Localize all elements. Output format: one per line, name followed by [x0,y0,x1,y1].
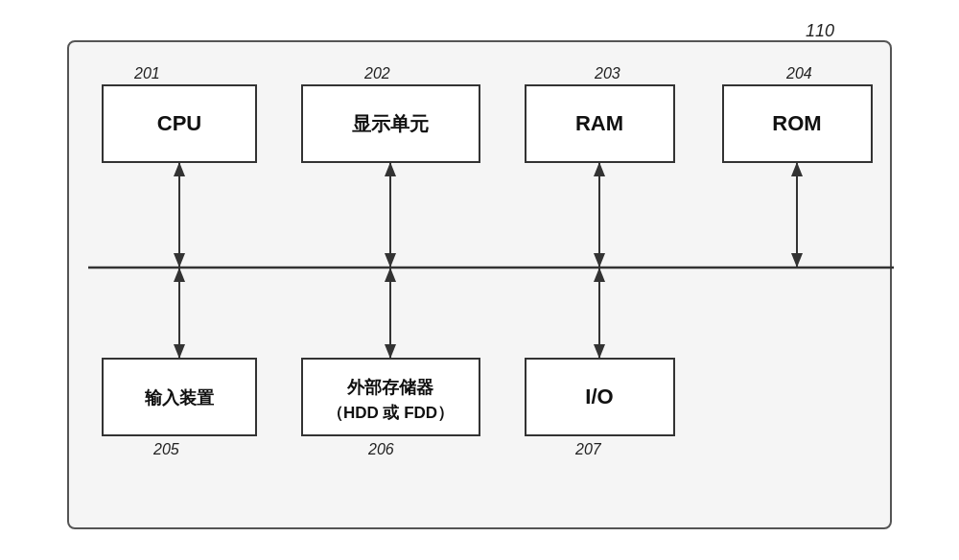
cpu-arrow-up [174,162,185,176]
outer-label: 110 [806,21,834,41]
display-label: 显示单元 [352,113,429,134]
hdd-arrow-down [385,344,396,359]
rom-arrow-up [791,162,803,176]
diagram-svg: 201 202 203 204 CPU 显示单元 RAM ROM [69,42,890,527]
io-arrow-up [594,268,605,282]
diagram-wrapper: 110 201 202 203 204 CPU 显示单元 RAM [67,31,892,529]
ram-arrow-up [594,162,605,176]
display-arrow-down [385,253,396,268]
label-203: 203 [594,65,620,82]
label-204: 204 [785,65,812,82]
hdd-label1: 外部存储器 [346,377,434,397]
hdd-box [302,359,480,435]
rom-label: ROM [772,111,821,135]
input-arrow-up [174,268,185,282]
io-label: I/O [585,385,613,408]
label-201: 201 [133,65,160,82]
hdd-arrow-up [385,268,396,282]
label-205: 205 [152,441,179,457]
ram-label: RAM [575,111,623,135]
display-arrow-up [385,162,396,176]
outer-box: 201 202 203 204 CPU 显示单元 RAM ROM [67,40,892,529]
cpu-label: CPU [157,111,201,135]
rom-arrow-down [791,253,803,268]
ram-arrow-down [594,253,605,268]
label-202: 202 [363,65,390,82]
io-arrow-down [594,344,605,359]
hdd-label2: （HDD 或 FDD） [327,404,454,422]
cpu-arrow-down [174,253,185,268]
label-206: 206 [367,441,394,457]
label-207: 207 [574,441,602,457]
input-box-label: 输入装置 [144,388,215,408]
input-arrow-down [174,344,185,359]
